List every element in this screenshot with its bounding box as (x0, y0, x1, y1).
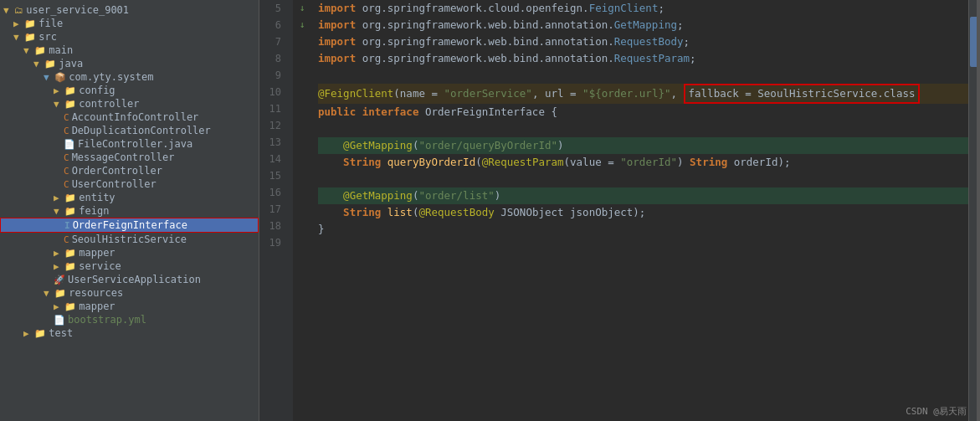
folder-icon-mapper: ▶ 📁 (54, 248, 76, 259)
test-label: test (49, 327, 73, 339)
code-line-5: import org.springframework.cloud.openfei… (318, 0, 968, 17)
folder-icon: ▶ 📁 (13, 18, 36, 29)
tree-item-file-controller[interactable]: 📄 FileController.java (0, 137, 259, 151)
tree-item-order-controller[interactable]: C OrderController (0, 164, 259, 177)
project-label: user_service_9001 (26, 4, 129, 16)
folder-icon-mapper2: ▶ 📁 (54, 301, 76, 312)
main-label: main (49, 44, 73, 56)
user-controller-label: UserController (72, 178, 156, 190)
tree-item-service[interactable]: ▶ 📁 service (0, 259, 259, 273)
code-line-15 (318, 171, 968, 187)
class-icon-c: C (64, 112, 69, 123)
tree-item-src[interactable]: ▼ 📁 src (0, 30, 259, 44)
tree-item-entity[interactable]: ▶ 📁 entity (0, 191, 259, 204)
tree-item-project-root[interactable]: ▼ 🗂 user_service_9001 (0, 3, 259, 17)
folder-icon-feign: ▼ 📁 (54, 206, 76, 217)
package-label: com.yty.system (69, 71, 153, 83)
java-label: java (59, 58, 83, 69)
class-icon-c6: C (64, 234, 69, 245)
tree-item-deduplication-controller[interactable]: C DeDuplicationController (0, 124, 259, 137)
tree-item-package[interactable]: ▼ 📦 com.yty.system (0, 70, 259, 84)
tree-item-main[interactable]: ▼ 📁 main (0, 44, 259, 57)
code-line-9 (318, 67, 968, 84)
interface-icon: I (64, 220, 70, 231)
file-tree[interactable]: ▼ 🗂 user_service_9001 ▶ 📁 file ▼ 📁 src ▼… (0, 0, 259, 421)
controller-label: controller (79, 98, 139, 110)
class-icon-c2: C (64, 126, 69, 136)
folder-icon-controller: ▼ 📁 (54, 99, 76, 110)
account-info-label: AccountInfoController (72, 111, 199, 123)
code-line-12 (318, 121, 968, 137)
line-numbers: 5 6 7 8 9 10 11 12 13 14 15 16 17 18 19 (259, 0, 293, 421)
yaml-icon: 📄 (54, 315, 65, 326)
code-line-8: import org.springframework.web.bind.anno… (318, 50, 968, 67)
file-label: file (38, 18, 63, 29)
code-line-16: @GetMapping("order/list") (318, 187, 968, 204)
mapper2-label: mapper (79, 300, 115, 312)
folder-icon-src: ▼ 📁 (13, 32, 36, 43)
src-label: src (38, 31, 57, 43)
tree-item-resources[interactable]: ▼ 📁 resources (0, 286, 259, 300)
code-line-7: import org.springframework.web.bind.anno… (318, 33, 968, 50)
config-label: config (79, 85, 115, 96)
folder-icon-config: ▶ 📁 (54, 85, 76, 96)
tree-item-bootstrap[interactable]: 📄 bootstrap.yml (0, 313, 259, 326)
right-scrollbar[interactable] (968, 0, 980, 421)
class-icon-c5: C (64, 179, 69, 190)
tree-item-user-service-app[interactable]: 🚀 UserServiceApplication (0, 273, 259, 286)
resources-label: resources (69, 287, 123, 299)
tree-item-java[interactable]: ▼ 📁 java (0, 57, 259, 70)
bootstrap-label: bootstrap.yml (68, 314, 146, 326)
code-line-6: import org.springframework.web.bind.anno… (318, 17, 968, 33)
seoul-histric-label: SeoulHistricService (72, 234, 187, 245)
class-icon-c4: C (64, 166, 69, 177)
tree-item-order-feign-interface[interactable]: I OrderFeignInterface (0, 218, 259, 233)
order-controller-label: OrderController (72, 165, 162, 177)
file-controller-label: FileController.java (78, 138, 192, 150)
class-icon-c3: C (64, 152, 69, 163)
message-label: MessageController (72, 151, 175, 163)
package-icon: ▼ 📦 (44, 72, 66, 83)
tree-item-config[interactable]: ▶ 📁 config (0, 84, 259, 97)
tree-item-message-controller[interactable]: C MessageController (0, 151, 259, 164)
service-label: service (79, 260, 121, 272)
folder-icon-resources: ▼ 📁 (44, 288, 66, 299)
code-line-13: @GetMapping("order/queryByOrderId") (318, 137, 968, 154)
gutter: ↓ ↓ (293, 0, 311, 421)
tree-item-account-info-controller[interactable]: C AccountInfoController (0, 110, 259, 124)
tree-item-file[interactable]: ▶ 📁 file (0, 17, 259, 30)
code-editor: 5 6 7 8 9 10 11 12 13 14 15 16 17 18 19 … (259, 0, 980, 421)
folder-icon-entity: ▶ 📁 (54, 193, 76, 203)
user-service-app-label: UserServiceApplication (68, 274, 201, 285)
folder-icon-java: ▼ 📁 (33, 59, 56, 69)
file-icon: 📄 (64, 139, 75, 150)
folder-icon-service: ▶ 📁 (54, 261, 76, 272)
code-line-11: public interface OrderFeignInterface { (318, 104, 968, 121)
deduplication-label: DeDuplicationController (72, 125, 211, 136)
tree-item-user-controller[interactable]: C UserController (0, 177, 259, 191)
tree-item-controller[interactable]: ▼ 📁 controller (0, 97, 259, 110)
code-line-10: @FeignClient(name = "orderService", url … (318, 84, 968, 104)
tree-item-mapper2[interactable]: ▶ 📁 mapper (0, 300, 259, 313)
project-icon: ▼ 🗂 (3, 5, 23, 16)
folder-icon-test: ▶ 📁 (23, 328, 46, 339)
code-line-18: } (318, 221, 968, 238)
attribution: CSDN @易天雨 (906, 405, 967, 418)
order-feign-interface-label: OrderFeignInterface (73, 219, 187, 231)
feign-label: feign (79, 205, 109, 217)
code-line-17: String list(@RequestBody JSONObject json… (318, 204, 968, 221)
tree-item-test[interactable]: ▶ 📁 test (0, 326, 259, 340)
tree-item-seoul-histric-service[interactable]: C SeoulHistricService (0, 233, 259, 246)
code-content[interactable]: import org.springframework.cloud.openfei… (311, 0, 968, 421)
mapper-label: mapper (79, 247, 115, 259)
tree-item-mapper[interactable]: ▶ 📁 mapper (0, 246, 259, 259)
app-icon: 🚀 (54, 275, 65, 285)
code-line-19 (318, 238, 968, 254)
entity-label: entity (79, 192, 115, 203)
tree-item-feign[interactable]: ▼ 📁 feign (0, 204, 259, 218)
code-line-14: String queryByOrderId(@RequestParam(valu… (318, 154, 968, 171)
folder-icon-main: ▼ 📁 (23, 45, 46, 56)
